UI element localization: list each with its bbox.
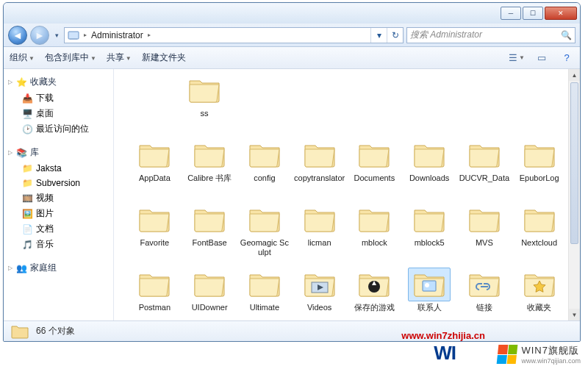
- folder-item[interactable]: ss: [183, 69, 226, 134]
- watermark-url: www.win7zhijia.cn: [401, 330, 485, 341]
- folder-icon: 📁: [21, 162, 33, 174]
- folder-label: Videos: [307, 303, 331, 312]
- folder-label: mblock: [362, 238, 387, 248]
- folder-item[interactable]: config: [237, 134, 293, 198]
- breadcrumb-current[interactable]: Administrator: [88, 28, 146, 43]
- folder-item[interactable]: UIDowner: [182, 263, 237, 320]
- status-bar: 66 个对象: [4, 320, 580, 341]
- minimize-button[interactable]: ─: [501, 7, 521, 20]
- folder-item[interactable]: EpuborLog: [512, 134, 567, 198]
- folder-label: EpuborLog: [520, 173, 559, 183]
- breadcrumb-root-icon[interactable]: [65, 28, 82, 43]
- folder-item[interactable]: Downloads: [402, 134, 457, 198]
- nav-forward-button[interactable]: ►: [30, 26, 49, 45]
- folder-item[interactable]: Documents: [347, 134, 402, 198]
- include-in-library-button[interactable]: 包含到库中▼: [45, 51, 96, 64]
- folder-item[interactable]: Postman: [127, 263, 182, 320]
- folder-item[interactable]: Videos: [292, 263, 347, 320]
- refresh-button[interactable]: ↻: [387, 28, 403, 43]
- search-placeholder: 搜索 Administrator: [410, 29, 482, 41]
- library-icon: 📚: [15, 147, 27, 159]
- folder-label: UIDowner: [192, 303, 228, 312]
- sidebar-item-videos[interactable]: 🎞️视频: [4, 190, 113, 206]
- desktop-icon: 🖥️: [21, 108, 33, 120]
- folder-label: Postman: [139, 303, 171, 312]
- close-button[interactable]: ✕: [545, 7, 577, 20]
- nav-pane: ▷ ⭐ 收藏夹 📥下载 🖥️桌面 🕑最近访问的位 ▷ 📚 库 📁Jaksta 📁…: [4, 69, 114, 320]
- folder-item[interactable]: Nextcloud: [512, 198, 567, 263]
- folder-item[interactable]: copytranslator: [292, 134, 347, 198]
- address-bar[interactable]: ▸ Administrator ▸ ▾ ↻: [64, 27, 404, 43]
- sidebar-homegroup-header[interactable]: ▷ 👥 家庭组: [4, 259, 113, 276]
- folder-item[interactable]: Geomagic Sculpt: [237, 198, 293, 263]
- svg-rect-5: [423, 281, 436, 291]
- watermark-sub: www.win7qijian.com: [521, 357, 581, 365]
- folder-label: Documents: [354, 173, 395, 183]
- toolbar: 组织▼ 包含到库中▼ 共享▼ 新建文件夹 ☰▼ ▭ ?: [4, 47, 580, 69]
- folder-item[interactable]: 收藏夹: [512, 263, 567, 320]
- folder-label: 收藏夹: [527, 303, 551, 312]
- folder-item[interactable]: AppData: [127, 134, 182, 198]
- folder-item[interactable]: licman: [292, 198, 347, 263]
- folder-item[interactable]: Favorite: [127, 198, 182, 263]
- sidebar-libraries-header[interactable]: ▷ 📚 库: [4, 144, 113, 161]
- address-dropdown-icon[interactable]: ▾: [370, 28, 387, 43]
- folder-item[interactable]: 联系人: [402, 263, 457, 320]
- sidebar-item-pictures[interactable]: 🖼️图片: [4, 206, 113, 221]
- folder-item[interactable]: MVS: [457, 198, 512, 263]
- status-count: 66 个对象: [36, 325, 75, 337]
- folder-item[interactable]: FontBase: [182, 198, 237, 263]
- scroll-thumb[interactable]: [570, 82, 578, 244]
- vertical-scrollbar[interactable]: ▲ ▼: [568, 69, 580, 320]
- homegroup-icon: 👥: [15, 262, 27, 274]
- sidebar-item-desktop[interactable]: 🖥️桌面: [4, 106, 113, 121]
- folder-icon: [10, 323, 30, 340]
- nav-history-dropdown[interactable]: ▾: [52, 28, 61, 43]
- folder-label: licman: [308, 238, 331, 248]
- scroll-up-button[interactable]: ▲: [569, 69, 580, 81]
- folder-label: ss: [201, 109, 209, 118]
- folder-label: mblock5: [415, 238, 445, 248]
- explorer-window: ─ ☐ ✕ ◄ ► ▾ ▸ Administrator ▸ ▾ ↻ 搜索 Adm…: [3, 2, 581, 342]
- sidebar-item-recent[interactable]: 🕑最近访问的位: [4, 121, 113, 137]
- maximize-button[interactable]: ☐: [523, 7, 543, 20]
- help-button[interactable]: ?: [559, 51, 574, 65]
- sidebar-item-downloads[interactable]: 📥下载: [4, 90, 113, 106]
- windows-flag-icon: [497, 345, 518, 364]
- preview-pane-button[interactable]: ▭: [534, 51, 549, 65]
- folder-item[interactable]: 保存的游戏: [347, 263, 402, 320]
- watermark: www.win7zhijia.cn WI WIN7旗舰版 www.win7qij…: [0, 340, 588, 369]
- new-folder-button[interactable]: 新建文件夹: [142, 51, 186, 64]
- folder-label: FontBase: [193, 238, 227, 248]
- recent-icon: 🕑: [21, 123, 33, 135]
- folder-label: AppData: [139, 173, 171, 183]
- sidebar-item-music[interactable]: 🎵音乐: [4, 237, 113, 252]
- folder-item[interactable]: Ultimate: [237, 263, 293, 320]
- sidebar-item-documents[interactable]: 📄文档: [4, 221, 113, 237]
- folder-item[interactable]: DUCVR_Data: [457, 134, 512, 198]
- wi-logo: WI: [434, 342, 456, 365]
- svg-point-6: [425, 283, 429, 287]
- sidebar-item-jaksta[interactable]: 📁Jaksta: [4, 161, 113, 176]
- sidebar-item-subversion[interactable]: 📁Subversion: [4, 176, 113, 190]
- folder-item[interactable]: 链接: [457, 263, 512, 320]
- music-icon: 🎵: [21, 239, 33, 251]
- folder-item[interactable]: Calibre 书库: [182, 134, 237, 198]
- sidebar-favorites-header[interactable]: ▷ ⭐ 收藏夹: [4, 74, 113, 90]
- folder-label: Calibre 书库: [187, 173, 232, 183]
- scroll-down-button[interactable]: ▼: [569, 309, 580, 320]
- search-icon: 🔍: [561, 30, 572, 40]
- folder-item[interactable]: mblock5: [402, 198, 457, 263]
- picture-icon: 🖼️: [21, 208, 33, 220]
- svg-rect-1: [70, 38, 77, 40]
- svg-rect-0: [68, 32, 79, 39]
- file-list[interactable]: ssAppDataCalibre 书库configcopytranslatorD…: [114, 69, 580, 320]
- download-icon: 📥: [21, 93, 33, 104]
- folder-item[interactable]: mblock: [347, 198, 402, 263]
- share-button[interactable]: 共享▼: [107, 51, 132, 64]
- search-input[interactable]: 搜索 Administrator 🔍: [406, 27, 576, 43]
- organize-button[interactable]: 组织▼: [10, 51, 35, 64]
- view-options-button[interactable]: ☰▼: [509, 51, 524, 65]
- document-icon: 📄: [21, 223, 33, 235]
- nav-back-button[interactable]: ◄: [8, 26, 27, 45]
